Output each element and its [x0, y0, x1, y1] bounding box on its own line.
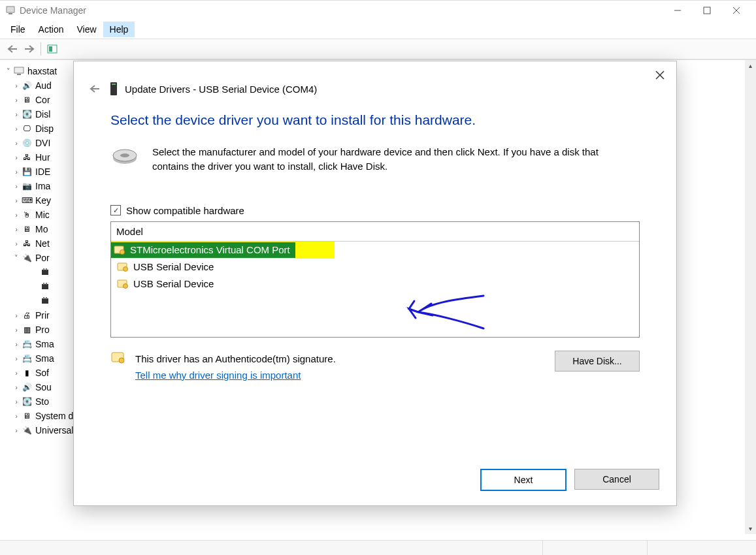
device-category-icon: 🖨: [21, 310, 33, 321]
svg-rect-3: [704, 7, 710, 14]
signature-text: This driver has an Authenticode(tm) sign…: [135, 351, 336, 368]
svg-rect-17: [43, 297, 44, 299]
expand-icon[interactable]: ˅: [12, 254, 21, 262]
dialog-close-button[interactable]: [650, 67, 670, 84]
close-button[interactable]: [721, 1, 751, 20]
expand-icon[interactable]: ›: [12, 240, 21, 247]
dialog-heading: Select the device driver you want to ins…: [110, 112, 640, 128]
scroll-up-icon[interactable]: ▴: [745, 60, 756, 71]
expand-icon[interactable]: ›: [12, 225, 21, 233]
app-icon: [5, 5, 16, 16]
expand-icon[interactable]: ›: [12, 340, 21, 348]
expand-icon[interactable]: ›: [12, 383, 21, 391]
show-compatible-label: Show compatible hardware: [126, 205, 244, 216]
menu-action[interactable]: Action: [32, 22, 71, 37]
expand-icon[interactable]: ›: [12, 153, 21, 161]
statusbar: [0, 540, 756, 555]
model-list-item[interactable]: STMicroelectronics Virtual COM Port: [111, 242, 639, 259]
menu-file[interactable]: File: [4, 22, 32, 37]
port-icon: [39, 281, 51, 292]
menu-help[interactable]: Help: [103, 22, 135, 37]
expand-icon[interactable]: ›: [12, 96, 21, 104]
expand-icon[interactable]: ›: [12, 398, 21, 405]
tree-item-label: Sof: [35, 368, 49, 378]
computer-icon: [13, 66, 25, 76]
svg-point-29: [123, 266, 128, 271]
tree-item-label: Disl: [35, 109, 50, 119]
expand-icon[interactable]: ›: [12, 139, 21, 147]
svg-point-33: [119, 358, 124, 363]
port-icon: [39, 267, 51, 278]
show-hidden-button[interactable]: [44, 42, 61, 56]
menu-view[interactable]: View: [70, 22, 103, 37]
expand-icon[interactable]: ›: [12, 125, 21, 133]
toolbar: [0, 39, 756, 59]
svg-rect-7: [49, 46, 52, 52]
maximize-button[interactable]: [692, 1, 721, 20]
scroll-down-icon[interactable]: ▾: [745, 523, 756, 534]
device-category-icon: 🔌: [21, 425, 33, 436]
tree-item-label: Net: [35, 238, 50, 249]
device-category-icon: 🖥: [21, 224, 33, 234]
window-title: Device Manager: [20, 5, 86, 16]
device-category-icon: 🖱: [21, 210, 33, 220]
tree-item-label: Por: [35, 253, 50, 263]
svg-point-27: [120, 249, 125, 254]
checkbox-icon: ✓: [110, 205, 121, 215]
certificate-icon: [110, 351, 125, 365]
expand-icon[interactable]: ›: [12, 110, 21, 118]
vertical-scrollbar[interactable]: ▴ ▾: [745, 60, 756, 534]
driver-icon: [113, 244, 126, 256]
device-category-icon: ▮: [21, 368, 33, 378]
device-category-icon: 💽: [21, 396, 33, 407]
dialog-title: Update Drivers - USB Serial Device (COM4…: [125, 84, 317, 95]
expand-icon[interactable]: ›: [12, 211, 21, 219]
svg-rect-13: [42, 284, 48, 289]
expand-icon[interactable]: ›: [12, 412, 21, 420]
expand-icon[interactable]: ›: [12, 355, 21, 362]
forward-button[interactable]: [21, 42, 38, 56]
hardware-icon: [110, 145, 139, 174]
model-listbox[interactable]: Model STMicroelectronics Virtual COM Por…: [110, 221, 640, 338]
expand-icon[interactable]: ˅: [4, 67, 13, 76]
tree-item-label: Disp: [35, 123, 54, 134]
driver-icon: [116, 278, 129, 290]
dialog-back-button[interactable]: [87, 81, 103, 97]
tree-item-label: Mic: [35, 210, 50, 220]
expand-icon[interactable]: ›: [12, 82, 21, 89]
device-category-icon: ⌨: [21, 195, 33, 206]
expand-icon[interactable]: ›: [12, 426, 21, 434]
have-disk-button[interactable]: Have Disk...: [555, 351, 640, 372]
dialog-instruction: Select the manufacturer and model of you…: [152, 145, 610, 174]
svg-rect-1: [8, 13, 12, 14]
device-category-icon: 🔌: [21, 253, 33, 263]
expand-icon[interactable]: ›: [12, 197, 21, 204]
device-category-icon: ▦: [21, 325, 33, 335]
device-category-icon: 📇: [21, 353, 33, 364]
expand-icon[interactable]: ›: [12, 326, 21, 334]
device-category-icon: 🖵: [21, 123, 33, 134]
svg-rect-8: [14, 67, 24, 73]
expand-icon[interactable]: ›: [12, 168, 21, 176]
expand-icon[interactable]: ›: [12, 369, 21, 377]
expand-icon[interactable]: ›: [12, 182, 21, 190]
tree-item-label: Pro: [35, 325, 50, 335]
titlebar: Device Manager: [0, 1, 756, 20]
minimize-button[interactable]: [663, 1, 692, 20]
signature-help-link[interactable]: Tell me why driver signing is important: [135, 370, 301, 381]
model-list-item[interactable]: USB Serial Device: [111, 276, 639, 293]
tree-item-label: Aud: [35, 80, 52, 91]
port-icon: [39, 296, 51, 306]
expand-icon[interactable]: ›: [12, 311, 21, 319]
show-compatible-checkbox[interactable]: ✓ Show compatible hardware: [110, 205, 640, 216]
tree-item-label: Sou: [35, 382, 52, 392]
device-category-icon: 🖥: [21, 95, 33, 105]
device-category-icon: 📷: [21, 181, 33, 191]
tree-item-label: Sma: [35, 339, 54, 349]
back-button[interactable]: [4, 42, 21, 56]
model-list-item[interactable]: USB Serial Device: [111, 259, 639, 276]
device-category-icon: 📇: [21, 339, 33, 349]
next-button[interactable]: Next: [480, 469, 567, 491]
svg-rect-16: [42, 298, 48, 304]
cancel-button[interactable]: Cancel: [574, 469, 659, 490]
